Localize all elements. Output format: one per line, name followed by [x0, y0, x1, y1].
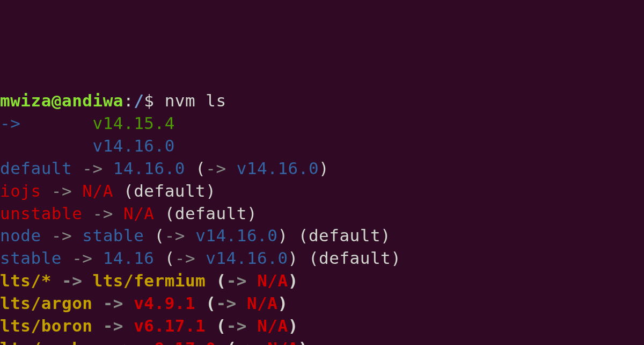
current-arrow: ->	[0, 113, 20, 133]
inner-arrow-icon: ->	[206, 159, 237, 178]
paren-open: (	[206, 316, 226, 335]
target-version: 14.16.0	[113, 159, 185, 178]
paren-close: )	[319, 159, 329, 178]
prompt-separator: :	[123, 91, 134, 110]
target-lts-fermium: lts/fermium	[92, 271, 206, 290]
user-host: mwiza@andiwa	[0, 91, 123, 110]
arrow-icon: ->	[72, 159, 113, 178]
resolved-na: N/A	[257, 316, 288, 335]
resolved-na: N/A	[247, 293, 278, 313]
alias-iojs: iojs	[0, 181, 41, 200]
resolved-na: N/A	[267, 339, 298, 345]
paren-close: )	[288, 316, 298, 335]
paren-open: (	[216, 339, 236, 345]
alias-node: node	[0, 226, 41, 245]
alias-lts-carbon: lts/carbon	[0, 339, 103, 345]
resolved-version: v14.16.0	[237, 159, 319, 178]
inner-arrow-icon: ->	[216, 293, 247, 313]
paren-open: (	[154, 248, 174, 268]
resolved-na: N/A	[257, 271, 288, 290]
prompt-line: mwiza@andiwa:/$ nvm ls	[0, 90, 644, 112]
output-line-2: v14.16.0	[0, 135, 644, 157]
arrow-icon: ->	[62, 248, 103, 268]
prompt-dollar: $	[144, 91, 164, 110]
paren-close: )	[288, 248, 298, 268]
output-line-lts-boron: lts/boron -> v6.17.1 (-> N/A)	[0, 315, 644, 337]
inner-arrow-icon: ->	[237, 339, 268, 345]
resolved-version: v14.16.0	[206, 248, 288, 268]
paren-close: )	[277, 293, 288, 313]
output-line-1: -> v14.15.4	[0, 112, 644, 135]
alias-lts-star: lts/*	[0, 271, 52, 290]
prompt-path: /	[134, 91, 144, 110]
default-suffix: (default)	[113, 181, 216, 200]
inner-arrow-icon: ->	[226, 316, 258, 335]
output-line-unstable: unstable -> N/A (default)	[0, 203, 644, 225]
target-version: v8.17.0	[144, 339, 216, 345]
inner-arrow-icon: ->	[165, 226, 196, 245]
target-version: v4.9.1	[134, 293, 195, 313]
arrow-icon: ->	[82, 204, 123, 223]
default-suffix: (default)	[288, 226, 391, 245]
arrow-icon: ->	[41, 181, 83, 200]
output-line-lts-argon: lts/argon -> v4.9.1 (-> N/A)	[0, 292, 644, 315]
arrow-icon: ->	[92, 293, 134, 313]
output-line-stable: stable -> 14.16 (-> v14.16.0) (default)	[0, 247, 644, 270]
resolved-version: v14.16.0	[195, 226, 277, 245]
arrow-icon: ->	[103, 339, 144, 345]
arrow-icon: ->	[92, 316, 134, 335]
target-version: 14.16	[103, 248, 155, 268]
inner-arrow-icon: ->	[226, 271, 258, 290]
spaces	[20, 113, 92, 133]
arrow-icon: ->	[41, 226, 83, 245]
output-line-node: node -> stable (-> v14.16.0) (default)	[0, 225, 644, 247]
output-line-lts-star: lts/* -> lts/fermium (-> N/A)	[0, 270, 644, 292]
alias-lts-boron: lts/boron	[0, 316, 92, 335]
output-line-default: default -> 14.16.0 (-> v14.16.0)	[0, 157, 644, 180]
version-current: v14.15.4	[92, 113, 174, 133]
paren-close: )	[277, 226, 288, 245]
output-line-iojs: iojs -> N/A (default)	[0, 180, 644, 203]
paren-open: (	[185, 159, 206, 178]
target-na: N/A	[82, 181, 113, 200]
paren-open: (	[206, 271, 226, 290]
paren-open: (	[144, 226, 164, 245]
target-na: N/A	[123, 204, 155, 223]
default-suffix: (default)	[298, 248, 401, 268]
alias-unstable: unstable	[0, 204, 82, 223]
paren-close: )	[288, 271, 298, 290]
arrow-icon: ->	[52, 271, 93, 290]
version-installed: v14.16.0	[92, 136, 174, 155]
output-line-lts-carbon: lts/carbon -> v8.17.0 (-> N/A)	[0, 337, 644, 345]
spaces	[0, 136, 92, 155]
paren-close: )	[298, 339, 309, 345]
terminal-window[interactable]: mwiza@andiwa:/$ nvm ls-> v14.15.4 v14.16…	[0, 90, 644, 345]
inner-arrow-icon: ->	[175, 248, 206, 268]
default-suffix: (default)	[154, 204, 257, 223]
alias-lts-argon: lts/argon	[0, 293, 92, 313]
command-text: nvm ls	[165, 91, 226, 110]
target-version: v6.17.1	[134, 316, 206, 335]
paren-open: (	[195, 293, 216, 313]
alias-default: default	[0, 159, 72, 178]
alias-stable: stable	[0, 248, 62, 268]
target-stable: stable	[82, 226, 144, 245]
